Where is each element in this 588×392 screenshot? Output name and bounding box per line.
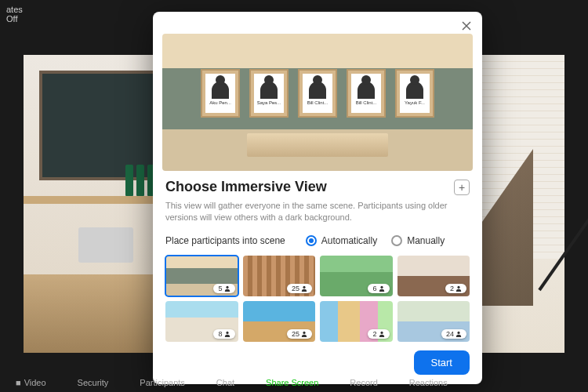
modal-title: Choose Immersive View	[165, 179, 327, 195]
video-button[interactable]: ■Video	[16, 378, 46, 387]
video-icon: ■	[16, 378, 21, 387]
participants-button[interactable]: Participants	[140, 378, 184, 387]
person-silhouette-icon	[358, 82, 375, 99]
person-icon	[379, 285, 385, 292]
immersive-view-modal: Aku Pen...Saya Pes...Bill Clint...Bill C…	[153, 12, 482, 384]
participant-frame: Aku Pen...	[201, 69, 240, 118]
person-icon	[456, 285, 462, 292]
participant-name: Bill Clint...	[356, 100, 377, 105]
scene-capacity-badge: 2	[445, 284, 466, 293]
scene-capacity-badge: 25	[287, 284, 312, 293]
radio-auto-label: Automatically	[321, 235, 377, 246]
participant-frame: Saya Pes...	[249, 69, 289, 118]
person-silhouette-icon	[260, 82, 278, 99]
participant-frame: Yayuk F...	[395, 69, 434, 118]
participant-frames: Aku Pen...Saya Pes...Bill Clint...Bill C…	[162, 69, 473, 118]
modal-description: This view will gather everyone in the sa…	[165, 200, 470, 224]
scene-capacity-badge: 6	[368, 284, 389, 293]
radio-manual-label: Manually	[407, 235, 445, 246]
person-silhouette-icon	[406, 82, 423, 99]
scene-option[interactable]: 24	[397, 301, 470, 342]
scene-option[interactable]: 6	[320, 256, 393, 296]
person-icon	[224, 285, 230, 292]
security-button[interactable]: Security	[78, 378, 109, 387]
scene-capacity-badge: 5	[213, 284, 234, 293]
scene-preview: Aku Pen...Saya Pes...Bill Clint...Bill C…	[162, 34, 473, 171]
svg-point-7	[457, 332, 459, 334]
svg-point-1	[303, 286, 305, 289]
record-button[interactable]: Record	[350, 378, 377, 387]
share-screen-button[interactable]: Share Screen	[266, 378, 318, 387]
participant-name: Saya Pes...	[257, 100, 281, 105]
scene-option[interactable]: 2	[320, 301, 393, 342]
start-button[interactable]: Start	[414, 350, 470, 375]
top-bar: ates Off	[0, 0, 29, 24]
place-participants-label: Place participants into scene	[165, 235, 285, 246]
close-button[interactable]	[459, 18, 474, 34]
scene-capacity-badge: 2	[368, 329, 389, 339]
chat-button[interactable]: Chat	[216, 378, 234, 387]
person-icon	[301, 331, 307, 337]
bench-decor	[247, 133, 388, 157]
person-icon	[224, 331, 230, 337]
svg-point-2	[380, 286, 383, 289]
bottles-decor	[125, 165, 155, 196]
scene-option[interactable]: 25	[243, 301, 316, 342]
participant-frame: Bill Clint...	[347, 69, 386, 118]
participant-frame: Bill Clint...	[298, 69, 337, 118]
top-label: ates	[6, 5, 23, 14]
laptop-decor	[78, 227, 133, 263]
radio-automatically[interactable]: Automatically	[306, 235, 377, 246]
svg-point-0	[226, 286, 228, 289]
top-off-label: Off	[6, 14, 23, 24]
scene-option[interactable]: 5	[165, 256, 238, 296]
close-icon	[462, 21, 471, 31]
scene-option[interactable]: 2	[397, 256, 470, 296]
person-icon	[379, 331, 385, 337]
participant-name: Aku Pen...	[209, 100, 231, 105]
svg-point-5	[303, 332, 305, 334]
participant-name: Yayuk F...	[405, 100, 425, 105]
reactions-button[interactable]: Reactions	[409, 378, 448, 387]
radio-manually[interactable]: Manually	[391, 235, 445, 246]
scene-grid: 52562825224	[165, 256, 470, 342]
svg-point-4	[226, 332, 228, 334]
participant-name: Bill Clint...	[307, 100, 328, 105]
scene-capacity-badge: 8	[213, 329, 234, 339]
scene-capacity-badge: 25	[287, 329, 312, 339]
person-icon	[456, 331, 462, 337]
svg-point-3	[457, 286, 459, 289]
add-scene-button[interactable]: +	[454, 180, 470, 195]
person-silhouette-icon	[212, 82, 229, 99]
scene-option[interactable]: 8	[165, 301, 238, 342]
person-silhouette-icon	[309, 82, 326, 99]
scene-capacity-badge: 24	[441, 329, 466, 339]
svg-point-6	[380, 332, 383, 334]
bottom-toolbar: ■Video Security Participants Chat Share …	[0, 373, 588, 392]
person-icon	[301, 285, 307, 292]
scene-option[interactable]: 25	[243, 256, 316, 296]
